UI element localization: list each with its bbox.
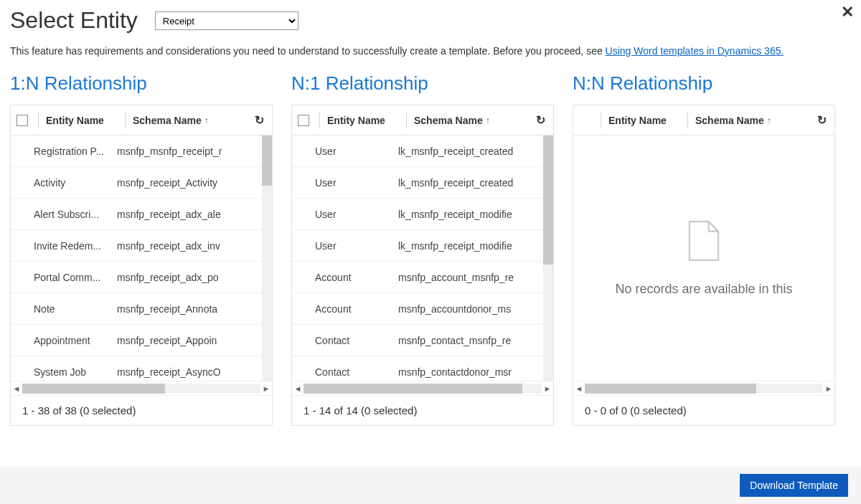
table-row[interactable]: Userlk_msnfp_receipt_created [292,135,553,167]
cell-schema: msnfp_receipt_adx_ale [117,209,272,220]
refresh-icon[interactable]: ↻ [813,113,830,127]
page-title: Select Entity [10,7,138,34]
vertical-scrollbar-n1[interactable] [543,135,553,381]
hscroll-track-1n[interactable] [22,384,260,394]
sort-asc-icon: ↑ [204,115,209,125]
cell-entity: User [315,146,398,157]
grid-footer-nn: 0 - 0 of 0 (0 selected) [573,395,834,425]
cell-schema: msnfp_receipt_adx_inv [117,240,272,252]
table-row[interactable]: Notemsnfp_receipt_Annota [11,293,272,325]
file-icon [687,220,720,262]
refresh-icon[interactable]: ↻ [532,113,549,127]
grid-nn: Entity Name Schema Name ↑ ↻ No recor [573,105,835,426]
table-row[interactable]: Userlk_msnfp_receipt_modifie [292,230,553,262]
sort-asc-icon: ↑ [486,115,490,125]
cell-entity: System Job [34,366,117,378]
close-icon[interactable]: ✕ [841,3,854,22]
table-row[interactable]: System Jobmsnfp_receipt_AsyncO [11,356,272,381]
cell-entity: User [315,177,398,189]
header-schema-1n[interactable]: Schema Name ↑ [130,115,250,126]
header-schema-nn[interactable]: Schema Name ↑ [692,115,813,126]
cell-entity: User [315,240,398,252]
hscroll-track-nn[interactable] [585,384,823,394]
select-all-checkbox-n1[interactable] [298,115,309,126]
cell-schema: lk_msnfp_receipt_modifie [398,240,553,252]
header-entity-1n[interactable]: Entity Name [43,115,121,126]
cell-entity: Note [34,303,117,315]
entity-select[interactable]: Receipt [155,11,298,30]
action-bar: Download Template [0,467,861,504]
cell-schema: msnfp_receipt_adx_po [117,272,272,283]
cell-entity: Account [315,303,398,315]
table-row[interactable]: Activitymsnfp_receipt_Activity [11,167,272,199]
grid-header-1n: Entity Name Schema Name ↑ ↻ [11,105,272,135]
table-row[interactable]: Appointmentmsnfp_receipt_Appoin [11,325,272,356]
refresh-icon[interactable]: ↻ [250,113,268,127]
cell-schema: msnfp_contactdonor_msr [398,366,553,378]
hscroll-left-1n[interactable]: ◄ [11,384,22,393]
cell-schema: lk_msnfp_receipt_modifie [398,209,553,220]
grid-header-nn: Entity Name Schema Name ↑ ↻ [573,105,834,135]
table-row[interactable]: Accountmsnfp_accountdonor_ms [292,293,553,325]
cell-schema: msnfp_accountdonor_ms [398,303,553,315]
table-row[interactable]: Invite Redem...msnfp_receipt_adx_inv [11,230,272,262]
grid-1n: Entity Name Schema Name ↑ ↻ Registration… [10,105,273,426]
sort-asc-icon: ↑ [767,115,771,125]
table-row[interactable]: Alert Subscri...msnfp_receipt_adx_ale [11,199,272,230]
select-all-checkbox-1n[interactable] [17,115,28,126]
cell-schema: msnfp_receipt_Activity [117,177,272,189]
cell-schema: msnfp_receipt_Appoin [117,335,272,346]
section-title-1n: 1:N Relationship [10,72,273,95]
hscroll-track-n1[interactable] [304,384,542,394]
cell-entity: Appointment [34,335,117,346]
table-row[interactable]: Contactmsnfp_contactdonor_msr [292,356,553,381]
intro-text: This feature has requirements and consid… [10,45,851,57]
cell-entity: User [315,209,398,220]
hscroll-right-n1[interactable]: ► [542,384,553,393]
table-row[interactable]: Accountmsnfp_account_msnfp_re [292,262,553,293]
header-entity-nn[interactable]: Entity Name [606,115,683,126]
table-row[interactable]: Userlk_msnfp_receipt_created [292,167,553,199]
cell-entity: Registration P... [34,146,117,157]
grid-footer-1n: 1 - 38 of 38 (0 selected) [11,395,272,425]
cell-schema: lk_msnfp_receipt_created [398,177,553,189]
intro-text-body: This feature has requirements and consid… [10,45,606,57]
section-title-nn: N:N Relationship [573,72,835,95]
hscroll-left-n1[interactable]: ◄ [292,384,304,393]
cell-schema: msnfp_msnfp_receipt_r [117,146,272,157]
download-template-button[interactable]: Download Template [740,474,848,497]
grid-n1: Entity Name Schema Name ↑ ↻ Userlk_msnfp… [291,105,554,426]
hscroll-right-nn[interactable]: ► [823,384,834,393]
empty-text: No records are available in this [615,282,792,297]
cell-entity: Alert Subscri... [34,209,117,220]
cell-schema: msnfp_contact_msnfp_re [398,335,553,346]
cell-entity: Portal Comm... [34,272,117,283]
intro-link[interactable]: Using Word templates in Dynamics 365. [606,45,784,57]
cell-schema: msnfp_account_msnfp_re [398,272,553,283]
cell-entity: Account [315,272,398,283]
hscroll-left-nn[interactable]: ◄ [573,384,585,393]
cell-entity: Invite Redem... [34,240,117,252]
header-entity-n1[interactable]: Entity Name [324,115,402,126]
table-row[interactable]: Registration P...msnfp_msnfp_receipt_r [11,135,272,167]
hscroll-right-1n[interactable]: ► [260,384,272,393]
header-schema-n1[interactable]: Schema Name ↑ [411,115,532,126]
cell-schema: msnfp_receipt_AsyncO [117,366,272,378]
table-row[interactable]: Portal Comm...msnfp_receipt_adx_po [11,262,272,293]
grid-footer-n1: 1 - 14 of 14 (0 selected) [292,395,553,425]
cell-entity: Contact [315,335,398,346]
cell-entity: Activity [34,177,117,189]
table-row[interactable]: Contactmsnfp_contact_msnfp_re [292,325,553,356]
vertical-scrollbar-1n[interactable] [262,135,272,381]
cell-schema: lk_msnfp_receipt_created [398,146,553,157]
section-title-n1: N:1 Relationship [291,72,554,95]
grid-header-n1: Entity Name Schema Name ↑ ↻ [292,105,553,135]
cell-schema: msnfp_receipt_Annota [117,303,272,315]
cell-entity: Contact [315,366,398,378]
table-row[interactable]: Userlk_msnfp_receipt_modifie [292,199,553,230]
